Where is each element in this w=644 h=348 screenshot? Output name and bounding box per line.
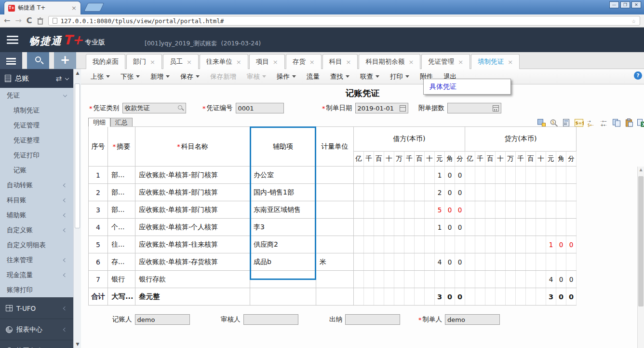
amount-cell[interactable] [546,201,556,219]
amount-cell[interactable] [374,271,384,288]
amount-cell[interactable] [425,167,435,184]
amount-cell[interactable] [425,184,435,201]
amount-cell[interactable]: 4 [546,271,556,288]
amount-cell[interactable] [364,184,374,201]
amount-cell[interactable] [556,253,566,271]
unit-cell[interactable] [316,184,354,201]
amount-cell[interactable] [516,236,526,253]
amount-cell[interactable] [465,201,475,219]
amount-cell[interactable] [536,253,546,271]
amount-cell[interactable] [394,271,404,288]
amount-cell[interactable] [374,236,384,253]
export-excel-icon[interactable]: X [636,118,644,127]
unit-cell[interactable] [316,167,354,184]
account-cell[interactable]: 应收账款-单核算-往来核算 [135,236,250,253]
amount-cell[interactable] [404,271,415,288]
amount-cell[interactable] [516,219,526,236]
toolbar-button-3[interactable]: 保存 [180,72,200,81]
sidebar-module-0[interactable]: T-UFO [0,297,73,319]
summary-cell[interactable]: 大写... [108,288,135,306]
amount-cell[interactable] [415,288,425,306]
tab-close-icon[interactable]: × [273,58,278,66]
scroll-up-icon[interactable]: ▲ [74,70,81,75]
account-cell[interactable]: 应收账款-单核算-存货核算 [135,253,250,271]
amount-cell[interactable] [536,236,546,253]
sidebar-item-11[interactable]: 往来管理 [0,252,73,267]
toolbar-button-5[interactable]: 审核 [247,72,266,81]
amount-cell[interactable]: 0 [566,271,577,288]
amount-cell[interactable] [374,167,384,184]
amount-cell[interactable] [415,271,425,288]
amount-cell[interactable] [404,167,415,184]
amount-cell[interactable] [556,167,566,184]
amount-cell[interactable] [475,236,485,253]
amount-cell[interactable] [475,219,485,236]
amount-cell[interactable]: 0 [556,288,566,306]
tab-close-icon[interactable]: × [150,58,155,66]
unit-cell[interactable] [316,219,354,236]
seq-cell[interactable]: 6 [89,253,108,271]
summary-cell[interactable]: 部... [108,201,135,219]
field-input-2[interactable]: 2019-01-01 [355,103,408,113]
field-input-0[interactable]: 收款凭证 [122,103,186,113]
tab-close-icon[interactable]: × [458,58,463,66]
amount-cell[interactable] [404,236,415,253]
amount-cell[interactable] [394,167,404,184]
url-bar[interactable]: 127.0.0.1:8080/tplus/view/portal/portal.… [48,16,640,26]
signature-input[interactable] [345,314,400,325]
toolbar-button-8[interactable]: 查找 [330,72,349,81]
new-tab-button[interactable] [84,3,104,12]
toolbar-button-4[interactable]: 保存新增 [210,72,236,81]
amount-cell[interactable] [506,201,516,219]
summary-cell[interactable]: 往... [108,236,135,253]
toolbar-button-10[interactable]: 打印 [390,72,409,81]
amount-cell[interactable] [425,219,435,236]
amount-cell[interactable] [354,167,364,184]
amount-cell[interactable] [465,253,475,271]
amount-cell[interactable] [374,184,384,201]
amount-cell[interactable]: 0 [455,184,465,201]
amount-cell[interactable] [445,236,455,253]
tab-close-icon[interactable]: × [309,58,315,66]
amount-cell[interactable] [465,219,475,236]
summary-cell[interactable]: 银行 [108,271,135,288]
forward-icon[interactable]: → [15,17,21,25]
amount-cell[interactable] [354,288,364,306]
account-cell[interactable]: 应收账款-单核算-部门核算 [135,201,250,219]
summary-cell[interactable]: 存... [108,253,135,271]
nav-tab-4[interactable]: 项目× [249,54,285,69]
close-button[interactable]: ✕ [631,1,641,8]
account-cell[interactable]: 银行存款 [135,271,250,288]
amount-cell[interactable] [425,236,435,253]
seq-cell[interactable]: 3 [89,201,108,219]
toolbar-button-0[interactable]: 上张 [91,72,110,81]
currency-in-icon[interactable]: ⇢$⇠ [586,118,597,127]
amount-cell[interactable]: 0 [455,288,465,306]
amount-cell[interactable] [496,236,506,253]
amount-cell[interactable] [354,201,364,219]
amount-cell[interactable] [516,271,526,288]
amount-cell[interactable] [526,288,536,306]
sheet-tab-1[interactable]: 汇总 [110,118,133,127]
seq-cell[interactable]: 4 [89,219,108,236]
seq-cell[interactable]: 5 [89,236,108,253]
nav-tab-8[interactable]: 凭证管理× [421,54,470,69]
main-scrollbar-thumb[interactable] [638,176,644,306]
amount-cell[interactable]: 0 [445,167,455,184]
nav-tab-active[interactable]: 填制凭证× [471,54,520,69]
amount-cell[interactable] [566,253,577,271]
amount-cell[interactable] [496,288,506,306]
amount-cell[interactable] [374,219,384,236]
amount-cell[interactable] [526,219,536,236]
amount-cell[interactable] [485,288,496,306]
amount-cell[interactable] [374,253,384,271]
amount-cell[interactable]: 3 [435,288,445,306]
amount-cell[interactable]: 1 [435,219,445,236]
amount-cell[interactable]: 0 [566,288,577,306]
scroll-down-icon[interactable]: ▼ [74,342,81,347]
amount-cell[interactable]: 0 [455,253,465,271]
amount-cell[interactable] [516,253,526,271]
seq-cell[interactable]: 合计 [89,288,108,306]
amount-cell[interactable] [415,184,425,201]
calc-doc-icon[interactable] [561,118,572,127]
